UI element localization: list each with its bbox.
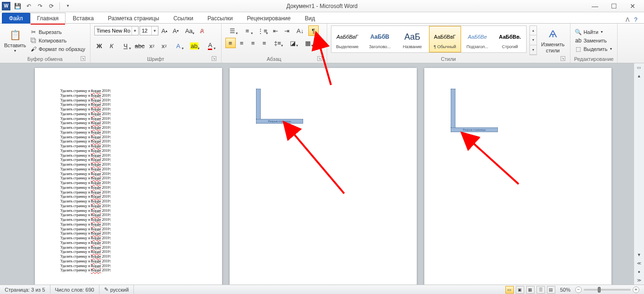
style-emphasis[interactable]: АаБбВвГВыделение xyxy=(331,26,363,52)
bullets-button[interactable]: ☰▼ xyxy=(225,25,239,36)
font-size-combo[interactable]: 12▼ xyxy=(140,26,158,35)
align-left-button[interactable]: ≡ xyxy=(225,38,236,48)
style-strong[interactable]: АаБбВв.Строгий xyxy=(494,26,526,52)
document-text-line[interactable]: Удалить страницу в Ворде 2010¶ xyxy=(60,194,197,199)
italic-button[interactable]: К xyxy=(107,41,117,51)
shading-button[interactable]: ◪▼ xyxy=(286,38,300,48)
document-text-line[interactable]: Удалить страницу в Ворде 2010¶ xyxy=(60,93,197,98)
format-painter-button[interactable]: 🖌Формат по образцу xyxy=(29,45,86,53)
outline-view-button[interactable]: ☰ xyxy=(537,286,545,294)
style-subtitle[interactable]: АаБбВеПодзагол... xyxy=(462,26,494,52)
decrease-indent-button[interactable]: ⇤ xyxy=(271,25,281,36)
document-text-line[interactable]: Удалить страницу в Ворде 2010¶ xyxy=(60,259,197,264)
fullscreen-reading-view-button[interactable]: ▣ xyxy=(516,286,524,294)
document-text-line[interactable]: Удалить страницу в Ворде 2010¶ xyxy=(60,130,197,135)
help-icon[interactable]: ? xyxy=(634,17,637,23)
document-text-line[interactable]: Удалить страницу в Ворде 2010¶ xyxy=(60,254,197,259)
subscript-button[interactable]: x2 xyxy=(147,41,157,51)
copy-button[interactable]: ⿻Копировать xyxy=(29,37,86,44)
paragraph-dialog-launcher[interactable]: ↘ xyxy=(317,56,322,61)
document-text-line[interactable]: Удалить страницу в Ворде 2010¶ xyxy=(60,112,197,117)
tab-review[interactable]: Рецензирование xyxy=(240,13,298,24)
scroll-up-icon[interactable]: ▲ xyxy=(635,72,644,80)
document-text-line[interactable]: Удалить страницу в Ворде 2010¶ xyxy=(60,222,197,227)
document-text-line[interactable]: Удалить страницу в Ворде 2010¶ xyxy=(60,139,197,144)
sort-button[interactable]: A↓ xyxy=(293,25,307,36)
change-styles-button[interactable]: Ѧ Изменить стили xyxy=(540,25,566,55)
styles-gallery-more[interactable]: ▴▾▾ xyxy=(529,25,537,55)
browse-object-icon[interactable]: ● xyxy=(635,268,644,276)
document-text-line[interactable]: Удалить страницу в Ворде 2010¶ xyxy=(60,167,197,172)
web-layout-view-button[interactable]: ▦ xyxy=(526,286,535,294)
align-center-button[interactable]: ≡ xyxy=(237,38,247,48)
show-hide-paragraph-button[interactable]: ¶ xyxy=(308,25,319,36)
document-text-line[interactable]: Удалить страницу в Ворде 2010¶ xyxy=(60,158,197,162)
refresh-icon[interactable]: ⟳ xyxy=(47,2,56,10)
document-text-line[interactable]: Удалить страницу в Ворде 2010¶ xyxy=(60,121,197,126)
grow-font-button[interactable]: A▴ xyxy=(159,25,170,36)
tab-view[interactable]: Вид xyxy=(297,13,322,24)
underline-button[interactable]: Ч▼ xyxy=(118,41,132,51)
document-text-line[interactable]: Удалить страницу в Ворде 2010¶ xyxy=(60,185,197,190)
tab-mailings[interactable]: Рассылки xyxy=(200,13,240,24)
document-text-line[interactable]: Удалить страницу в Ворде 2010¶ xyxy=(60,149,197,153)
font-color-button[interactable]: A▼ xyxy=(203,41,217,51)
scroll-down-icon[interactable]: ▼ xyxy=(635,251,644,259)
document-text-line[interactable]: Удалить страницу в Ворде 2010¶ xyxy=(60,144,197,149)
style-normal[interactable]: АаБбВвГ¶ Обычный xyxy=(429,26,461,52)
page-3[interactable]: Разрыв страницы xyxy=(424,68,611,285)
borders-button[interactable]: ▦▼ xyxy=(301,38,315,48)
style-heading[interactable]: АаБбВЗаголово... xyxy=(364,26,396,52)
draft-view-button[interactable]: ▤ xyxy=(547,286,555,294)
minimize-ribbon-icon[interactable]: ᐱ xyxy=(626,17,629,23)
superscript-button[interactable]: x2 xyxy=(159,41,169,51)
document-text-line[interactable]: Удалить страницу в Ворде 2010¶ xyxy=(60,236,197,241)
clipboard-dialog-launcher[interactable]: ↘ xyxy=(81,56,85,61)
redo-icon[interactable]: ↷ xyxy=(36,2,44,10)
next-page-icon[interactable]: ≫ xyxy=(635,276,644,285)
close-button[interactable]: ✕ xyxy=(629,2,636,10)
qat-customize-icon[interactable]: ▼ xyxy=(64,2,72,10)
prev-page-icon[interactable]: ≪ xyxy=(635,259,644,268)
document-text-line[interactable]: Удалить страницу в Ворде 2010¶ xyxy=(60,98,197,103)
page-1[interactable]: Удалить страницу в Ворде 2010¶Удалить ст… xyxy=(35,68,222,285)
zoom-out-button[interactable]: − xyxy=(575,286,582,293)
multilevel-list-button[interactable]: ⋮≡▼ xyxy=(256,25,270,36)
change-case-button[interactable]: Aa▼ xyxy=(182,25,196,36)
line-spacing-button[interactable]: ‡≡▼ xyxy=(271,38,285,48)
tab-insert[interactable]: Вставка xyxy=(66,13,101,24)
paste-button[interactable]: 📋 Вставить ▼ xyxy=(4,25,26,55)
status-language[interactable]: ✎русский xyxy=(99,285,134,294)
document-text-line[interactable]: Удалить страницу в Ворде 2010¶ xyxy=(60,126,197,130)
status-word-count[interactable]: Число слов: 690 xyxy=(50,285,99,294)
vertical-scrollbar[interactable]: ▭ ▲ ▼ ≪ ● ≫ xyxy=(634,63,644,285)
document-text-line[interactable]: Удалить страницу в Ворде 2010¶ xyxy=(60,204,197,209)
replace-button[interactable]: abЗаменить xyxy=(574,37,614,44)
tab-home[interactable]: Главная xyxy=(30,13,66,24)
document-text-line[interactable]: Удалить страницу в Ворде 2010¶ xyxy=(60,89,197,93)
save-icon[interactable]: 💾 xyxy=(13,2,22,10)
find-button[interactable]: 🔍Найти ▼ xyxy=(574,28,614,36)
document-text-line[interactable]: Удалить страницу в Ворде 2010¶ xyxy=(60,117,197,121)
document-text-line[interactable]: Удалить страницу в Ворде 2010¶ xyxy=(60,245,197,250)
zoom-level[interactable]: 50% xyxy=(560,287,570,293)
tab-references[interactable]: Ссылки xyxy=(166,13,200,24)
styles-dialog-launcher[interactable]: ↘ xyxy=(561,56,565,61)
document-text-line[interactable]: Удалить страницу в Ворде 2010¶ xyxy=(60,162,197,167)
cut-button[interactable]: ✂Вырезать xyxy=(29,28,86,36)
status-page[interactable]: Страница: 3 из 5 xyxy=(0,285,50,294)
page-2[interactable]: Разрыв страницы xyxy=(230,68,417,285)
tab-page-layout[interactable]: Разметка страницы xyxy=(101,13,166,24)
document-text-line[interactable]: Удалить страницу в Ворде 2010¶ xyxy=(60,241,197,245)
document-text-line[interactable]: Удалить страницу в Ворде 2010¶ xyxy=(60,107,197,112)
word-app-icon[interactable]: W xyxy=(2,2,10,10)
style-title[interactable]: АаБНазвание xyxy=(396,26,429,52)
zoom-in-button[interactable]: + xyxy=(633,286,639,293)
document-text-line[interactable]: Удалить страницу в Ворде 2010¶ xyxy=(60,218,197,222)
shrink-font-button[interactable]: A▾ xyxy=(171,25,181,36)
document-text-line[interactable]: Удалить страницу в Ворде 2010¶ xyxy=(60,190,197,195)
zoom-slider[interactable] xyxy=(584,289,631,291)
bold-button[interactable]: Ж xyxy=(94,41,105,51)
document-text-line[interactable]: Удалить страницу в Ворде 2010¶ xyxy=(60,199,197,204)
document-text-line[interactable]: Удалить страницу в Ворде 2010¶ xyxy=(60,227,197,232)
